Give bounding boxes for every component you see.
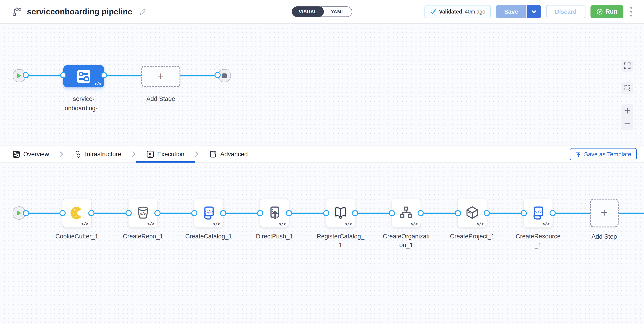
step-card[interactable]: </> [260, 199, 289, 227]
step-card[interactable]: </> [326, 199, 355, 227]
connector-point [418, 210, 424, 216]
add-step-button[interactable]: + [590, 199, 618, 227]
tab-icon [210, 151, 217, 158]
step-icon [201, 206, 216, 220]
connector-point [214, 72, 221, 78]
view-mode-toggle: VISUAL YAML [292, 7, 352, 17]
code-badge: </> [542, 221, 550, 226]
tab-list: Overview Infrastructure Execution Advanc… [0, 146, 258, 162]
step-card[interactable]: </> [392, 199, 420, 227]
step-card[interactable]: </> [524, 199, 552, 227]
connector-point [60, 210, 66, 216]
more-options-button[interactable] [628, 6, 634, 18]
run-label: Run [606, 8, 618, 15]
connector-point [220, 210, 226, 216]
tab-overview[interactable]: Overview [2, 146, 60, 162]
step-CreateRepo_1[interactable]: </> CreateRepo_1 [119, 199, 167, 241]
connector-point [352, 210, 358, 216]
save-as-template-button[interactable]: Save as Template [570, 148, 637, 160]
tab-icon [12, 151, 20, 158]
zoom-out-button[interactable] [621, 117, 633, 130]
step-label: CreateOrganization_1 [382, 232, 430, 249]
step-RegisterCatalog_1[interactable]: </> RegisterCatalog_1 [316, 199, 364, 249]
validation-time: 40m ago [465, 9, 486, 15]
fullscreen-icon [624, 63, 630, 69]
code-badge: </> [94, 82, 102, 86]
validation-badge: Validated 40m ago [424, 5, 491, 18]
chevron-down-icon [531, 9, 537, 15]
yaml-toggle[interactable]: YAML [323, 9, 352, 15]
zoom-controls [621, 104, 633, 130]
step-CreateCatalog_1[interactable]: </> CreateCatalog_1 [184, 199, 232, 241]
step-label: CookieCutter_1 [53, 232, 101, 241]
marquee-select-icon [624, 85, 630, 91]
add-step-label: Add Step [592, 232, 617, 241]
run-button[interactable]: Run [590, 5, 624, 18]
fullscreen-button[interactable] [621, 60, 633, 72]
code-badge: </> [213, 221, 220, 226]
tab-advanced[interactable]: Advanced [199, 146, 258, 162]
play-circle-icon [596, 9, 603, 15]
selection-mode-button[interactable] [621, 82, 633, 94]
code-badge: </> [147, 221, 154, 226]
save-as-template-label: Save as Template [584, 151, 631, 158]
step-icon [70, 206, 84, 220]
save-options-button[interactable] [526, 5, 541, 18]
connector-point [257, 210, 263, 216]
code-badge: </> [278, 221, 286, 226]
connector-point [101, 72, 107, 78]
connector-point [154, 210, 160, 216]
step-label: RegisterCatalog_1 [316, 232, 364, 249]
step-DirectPush_1[interactable]: </> DirectPush_1 [250, 199, 298, 241]
connector-point [23, 210, 29, 216]
step-icon [136, 206, 150, 220]
stop-icon [222, 73, 227, 78]
page-title: serviceonboarding pipeline [27, 7, 132, 16]
connector-point [484, 210, 490, 216]
save-button[interactable]: Save [496, 5, 526, 18]
tab-execution[interactable]: Execution [136, 146, 195, 162]
step-CreateProject_1[interactable]: </> CreateProject_1 [448, 199, 496, 241]
step-label: DirectPush_1 [250, 232, 298, 241]
tab-icon [146, 151, 154, 158]
step-card[interactable]: </> [458, 199, 487, 227]
step-CreateOrganization_1[interactable]: </> CreateOrganization_1 [382, 199, 430, 249]
discard-button[interactable]: Discard [546, 5, 585, 18]
stage-glyph-icon [76, 69, 91, 84]
code-badge: </> [81, 221, 88, 226]
step-label: CreateProject_1 [448, 232, 496, 241]
add-stage-label: Add Stage [133, 94, 188, 104]
step-CookieCutter_1[interactable]: </> CookieCutter_1 [53, 199, 101, 241]
check-icon [430, 9, 436, 15]
plus-icon: + [601, 207, 608, 218]
connector-point [23, 72, 29, 78]
connector-point [323, 210, 329, 216]
edit-pipeline-name-icon[interactable] [139, 8, 146, 15]
step-CreateResource_1[interactable]: </> CreateResource_1 [514, 199, 562, 249]
code-badge: </> [410, 221, 418, 226]
zoom-in-button[interactable] [621, 104, 633, 117]
add-stage-button[interactable]: + [141, 66, 180, 87]
stage-node[interactable]: </> [63, 65, 104, 87]
connector-point [88, 210, 94, 216]
upload-icon [576, 151, 581, 157]
add-step-wrap: + Add Step [580, 199, 628, 241]
visual-toggle[interactable]: VISUAL [292, 7, 324, 17]
step-icon [399, 206, 414, 220]
step-icon [531, 206, 546, 220]
connector-point [455, 210, 461, 216]
step-icon [465, 206, 480, 220]
step-card[interactable]: </> [62, 199, 91, 227]
step-card[interactable]: </> [128, 199, 157, 227]
tab-infrastructure[interactable]: Infrastructure [64, 146, 132, 162]
chevron-right-icon [132, 151, 136, 157]
execution-canvas: </> CookieCutter_1 </> CreateRepo_1 </> … [0, 163, 644, 324]
validation-status: Validated [439, 9, 462, 15]
step-icon [267, 206, 282, 220]
pipeline-icon [12, 7, 22, 16]
plus-icon [624, 108, 630, 114]
step-card[interactable]: </> [194, 199, 223, 227]
connector-point [521, 210, 527, 216]
chevron-right-icon [194, 151, 199, 157]
step-label: CreateRepo_1 [119, 232, 167, 241]
